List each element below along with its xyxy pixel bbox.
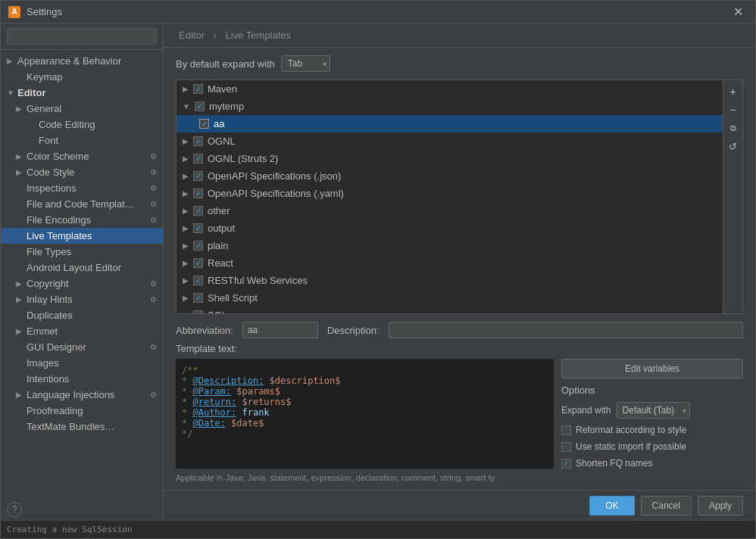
expand-arrow: ▶ bbox=[7, 57, 14, 65]
templates-list: ▶ Maven ▼ mytemp bbox=[176, 79, 723, 314]
reformat-checkbox-row: Reformat according to style bbox=[561, 425, 743, 435]
add-template-button[interactable]: + bbox=[725, 83, 742, 100]
sidebar-item-editor[interactable]: ▼ Editor bbox=[1, 85, 163, 101]
template-group-openapi-yaml[interactable]: ▶ OpenAPI Specifications (.yaml) bbox=[177, 185, 723, 202]
template-group-output[interactable]: ▶ output bbox=[177, 220, 723, 237]
sidebar-item-inlay-hints[interactable]: ▶ Inlay Hints ⚙ bbox=[1, 291, 163, 307]
template-checkbox[interactable] bbox=[193, 84, 203, 94]
template-group-restful[interactable]: ▶ RESTful Web Services bbox=[177, 272, 723, 289]
template-group-shell[interactable]: ▶ Shell Script bbox=[177, 289, 723, 307]
sidebar-item-label: File and Code Templat… bbox=[27, 198, 135, 210]
template-group-sql[interactable]: ▶ SQL bbox=[177, 307, 723, 314]
expand-arrow: ▶ bbox=[16, 327, 23, 335]
template-checkbox[interactable] bbox=[195, 101, 205, 111]
template-group-maven[interactable]: ▶ Maven bbox=[177, 80, 723, 98]
sidebar-item-code-editing[interactable]: Code Editing bbox=[1, 117, 163, 132]
sidebar-item-images[interactable]: Images bbox=[1, 355, 163, 371]
sidebar-item-file-types[interactable]: File Types bbox=[1, 244, 163, 260]
reformat-checkbox[interactable] bbox=[561, 425, 571, 435]
titlebar-left: A Settings bbox=[8, 6, 62, 18]
main-content: 🔍 ▶ Appearance & Behavior Keymap ▼ bbox=[1, 23, 755, 520]
sidebar-item-appearance[interactable]: ▶ Appearance & Behavior bbox=[1, 53, 163, 69]
sidebar-item-font[interactable]: Font bbox=[1, 132, 163, 148]
sidebar-item-language-injections[interactable]: ▶ Language Injections ⚙ bbox=[1, 387, 163, 403]
template-group-plain[interactable]: ▶ plain bbox=[177, 237, 723, 254]
template-checkbox[interactable] bbox=[193, 206, 203, 216]
settings-tree: ▶ Appearance & Behavior Keymap ▼ Editor … bbox=[1, 50, 163, 499]
sidebar-item-live-templates[interactable]: Live Templates bbox=[1, 228, 163, 244]
description-input[interactable] bbox=[389, 322, 743, 338]
template-checkbox[interactable] bbox=[193, 258, 203, 268]
expand-select-wrapper: Tab Enter Space ▾ bbox=[281, 55, 330, 72]
template-checkbox[interactable] bbox=[193, 241, 203, 251]
apply-button[interactable]: Apply bbox=[698, 496, 743, 516]
sidebar-item-label: Font bbox=[39, 135, 58, 146]
expand-with-select[interactable]: Default (Tab) Tab Enter Space bbox=[617, 402, 690, 419]
shorten-fq-checkbox-row: Shorten FQ names bbox=[561, 458, 743, 469]
abbreviation-input[interactable] bbox=[242, 322, 318, 338]
sidebar-item-label: Editor bbox=[17, 87, 46, 98]
edit-variables-button[interactable]: Edit variables bbox=[561, 359, 743, 379]
copy-template-button[interactable]: ⧉ bbox=[725, 120, 742, 136]
sidebar-item-color-scheme[interactable]: ▶ Color Scheme ⚙ bbox=[1, 148, 163, 164]
sidebar-item-emmet[interactable]: ▶ Emmet bbox=[1, 323, 163, 339]
template-group-ognl[interactable]: ▶ OGNL bbox=[177, 132, 723, 150]
template-checkbox[interactable] bbox=[193, 276, 203, 285]
sidebar-item-gui-designer[interactable]: GUI Designer ⚙ bbox=[1, 339, 163, 355]
expand-arrow: ▶ bbox=[183, 85, 189, 93]
template-group-mytemp[interactable]: ▼ mytemp bbox=[177, 98, 723, 115]
template-checkbox[interactable] bbox=[193, 310, 203, 314]
sidebar-item-code-style[interactable]: ▶ Code Style ⚙ bbox=[1, 164, 163, 180]
sidebar-item-file-encodings[interactable]: File Encodings ⚙ bbox=[1, 212, 163, 228]
settings-icon: ⚙ bbox=[150, 200, 157, 208]
template-textarea-container: <span class="code-green">/**</span> * <s… bbox=[176, 359, 554, 469]
template-group-openapi-json[interactable]: ▶ OpenAPI Specifications (.json) bbox=[177, 167, 723, 185]
template-checkbox[interactable] bbox=[193, 293, 203, 303]
sidebar-item-label: Inspections bbox=[27, 182, 77, 194]
template-item-label: aa bbox=[214, 118, 224, 129]
sidebar-item-duplicates[interactable]: Duplicates bbox=[1, 307, 163, 323]
sidebar-item-intentions[interactable]: Intentions bbox=[1, 371, 163, 387]
sidebar-item-android-layout[interactable]: Android Layout Editor bbox=[1, 260, 163, 276]
sidebar-item-keymap[interactable]: Keymap bbox=[1, 69, 163, 85]
template-group-label: SQL bbox=[208, 310, 227, 314]
sidebar-item-label: Color Scheme bbox=[27, 151, 89, 162]
sidebar-item-file-code-templates[interactable]: File and Code Templat… ⚙ bbox=[1, 196, 163, 212]
dialog-footer: OK Cancel Apply bbox=[164, 490, 755, 520]
template-checkbox[interactable] bbox=[193, 171, 203, 181]
expand-arrow: ▶ bbox=[183, 276, 189, 285]
search-input[interactable] bbox=[7, 28, 157, 45]
template-checkbox[interactable] bbox=[193, 223, 203, 233]
sidebar-item-inspections[interactable]: Inspections ⚙ bbox=[1, 180, 163, 196]
template-group-other[interactable]: ▶ other bbox=[177, 202, 723, 220]
bottom-bar: Creating a new SqlSession bbox=[1, 520, 755, 538]
expand-arrow: ▶ bbox=[16, 391, 23, 399]
help-button[interactable]: ? bbox=[7, 502, 22, 517]
template-checkbox[interactable] bbox=[193, 136, 203, 146]
close-button[interactable]: ✕ bbox=[729, 3, 748, 20]
template-checkbox[interactable] bbox=[193, 154, 203, 164]
sidebar-item-label: GUI Designer bbox=[27, 341, 86, 353]
template-group-ognl-struts[interactable]: ▶ OGNL (Struts 2) bbox=[177, 150, 723, 167]
template-group-react[interactable]: ▶ React bbox=[177, 254, 723, 272]
breadcrumb-separator: › bbox=[214, 30, 217, 41]
template-group-label: OGNL bbox=[208, 136, 236, 147]
expand-select[interactable]: Tab Enter Space bbox=[281, 55, 330, 72]
template-item-aa[interactable]: aa bbox=[177, 115, 723, 132]
shorten-fq-checkbox[interactable] bbox=[561, 459, 571, 469]
sidebar-item-label: Language Injections bbox=[27, 389, 114, 400]
sidebar-item-copyright[interactable]: ▶ Copyright ⚙ bbox=[1, 276, 163, 291]
sidebar-item-textmate[interactable]: TextMate Bundles… bbox=[1, 419, 163, 435]
template-checkbox[interactable] bbox=[193, 188, 203, 198]
search-wrapper: 🔍 bbox=[7, 28, 157, 45]
remove-template-button[interactable]: − bbox=[725, 101, 742, 118]
ok-button[interactable]: OK bbox=[589, 496, 634, 516]
bottom-section: Abbreviation: Description: Template text… bbox=[176, 322, 743, 482]
template-checkbox[interactable] bbox=[199, 119, 209, 129]
reset-template-button[interactable]: ↺ bbox=[725, 138, 742, 154]
sidebar-item-general[interactable]: ▶ General bbox=[1, 101, 163, 117]
static-import-checkbox[interactable] bbox=[561, 442, 571, 452]
cancel-button[interactable]: Cancel bbox=[641, 496, 692, 516]
sidebar-item-proofreading[interactable]: Proofreading bbox=[1, 403, 163, 419]
expand-arrow: ▶ bbox=[183, 224, 189, 232]
